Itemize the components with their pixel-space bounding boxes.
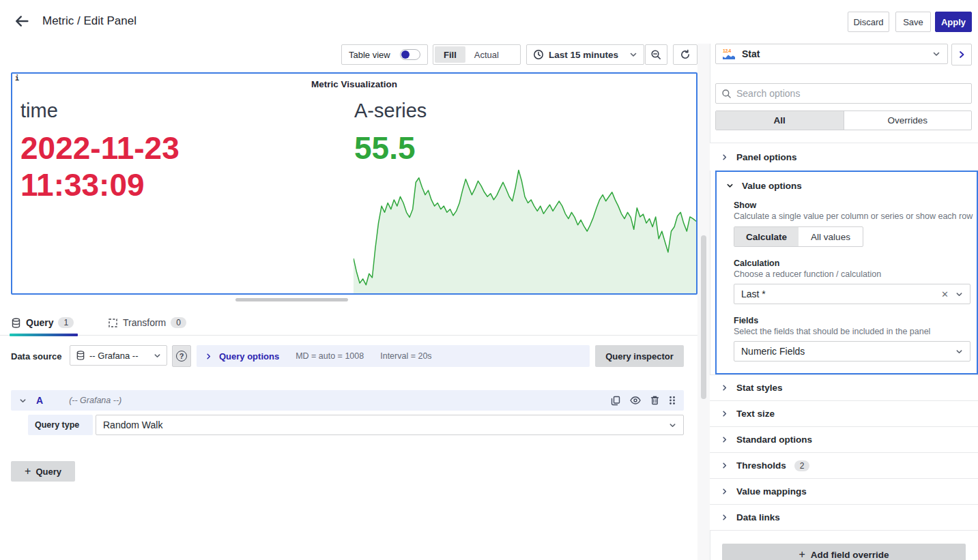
delete-query-trash-icon[interactable] [650, 396, 659, 405]
table-view-toggle[interactable] [400, 49, 420, 60]
show-calculate-option[interactable]: Calculate [734, 227, 799, 246]
collapse-pane-button[interactable] [951, 44, 972, 65]
zoom-out-button[interactable] [645, 44, 667, 65]
tab-query[interactable]: Query 1 [11, 310, 74, 335]
calculation-description: Choose a reducer function / calculation [734, 269, 881, 279]
query-options-interval: Interval = 20s [380, 351, 431, 361]
section-label: Data links [736, 512, 780, 522]
datasource-select[interactable]: -- Grafana -- [70, 345, 167, 366]
database-icon [76, 351, 85, 360]
query-options-md: MD = auto = 1008 [296, 351, 364, 361]
chevron-right-icon [721, 514, 728, 521]
tab-all[interactable]: All [716, 111, 844, 130]
query-type-select[interactable]: Random Walk [96, 415, 684, 435]
stat-series-label: A-series [354, 100, 427, 122]
section-panel-options[interactable]: Panel options [710, 143, 978, 171]
editor-tab-bar: Query 1 Transform 0 [0, 310, 697, 336]
page-title: Metric / Edit Panel [42, 14, 136, 28]
datasource-value: -- Grafana -- [89, 351, 139, 361]
tab-overrides[interactable]: Overrides [844, 111, 972, 130]
calculation-label: Calculation [734, 259, 779, 268]
query-type-label: Query type [28, 415, 93, 435]
clock-icon [533, 49, 544, 60]
discard-button[interactable]: Discard [848, 12, 889, 32]
add-field-override-button[interactable]: + Add field override [722, 544, 966, 560]
duplicate-query-icon[interactable] [611, 396, 620, 406]
section-stat-styles[interactable]: Stat styles [710, 374, 978, 400]
refresh-icon [680, 49, 691, 60]
fill-option[interactable]: Fill [435, 46, 465, 63]
show-radio-group: Calculate All values [734, 226, 863, 247]
toggle-knob [401, 50, 409, 59]
back-arrow-icon[interactable] [14, 14, 33, 30]
query-options-label: Query options [219, 351, 279, 362]
chevron-down-icon [726, 182, 734, 190]
section-value-mappings[interactable]: Value mappings [710, 478, 978, 504]
panel-resize-handle[interactable] [235, 298, 348, 301]
scrollbar-thumb[interactable] [701, 235, 706, 399]
tab-transform-label: Transform [123, 317, 166, 328]
clear-icon[interactable]: ✕ [941, 289, 949, 299]
query-row-header[interactable]: A (-- Grafana --) [11, 390, 684, 411]
chevron-right-icon [721, 384, 728, 392]
stat-time-label: time [20, 100, 58, 122]
fields-value: Numeric Fields [741, 346, 805, 357]
actual-option[interactable]: Actual [465, 46, 508, 63]
plus-icon: + [799, 548, 805, 560]
search-options-input[interactable] [736, 88, 966, 99]
value-options-title: Value options [742, 181, 802, 191]
fields-select[interactable]: Numeric Fields [734, 341, 970, 362]
options-filter-tabs: All Overrides [715, 110, 972, 130]
query-type-value: Random Walk [103, 419, 162, 430]
search-options-box [715, 83, 972, 104]
search-icon [721, 89, 732, 99]
calculation-value: Last * [741, 289, 766, 299]
section-value-options: Value options Show Calculate a single va… [715, 171, 978, 374]
chevron-right-icon [721, 462, 728, 469]
query-options-bar[interactable]: Query options MD = auto = 1008 Interval … [197, 345, 590, 367]
section-data-links[interactable]: Data links [710, 504, 978, 530]
chevron-down-icon[interactable] [19, 397, 27, 404]
show-all-values-option[interactable]: All values [799, 227, 863, 246]
plus-icon: + [25, 465, 31, 477]
visualization-name: Stat [742, 48, 760, 59]
drag-handle-grip-icon[interactable] [669, 396, 676, 405]
chevron-right-icon [721, 153, 728, 161]
section-label: Value mappings [736, 486, 807, 497]
chevron-right-icon [721, 410, 728, 417]
time-range-picker[interactable]: Last 15 minutes [526, 44, 644, 65]
value-options-header[interactable]: Value options [726, 181, 802, 191]
query-count-badge: 1 [58, 317, 74, 328]
refresh-button[interactable] [673, 44, 697, 65]
add-query-button[interactable]: + Query [11, 461, 75, 482]
apply-button[interactable]: Apply [935, 12, 972, 32]
query-datasource-hint: (-- Grafana --) [69, 396, 121, 405]
show-description: Calculate a single value per column or s… [734, 211, 973, 221]
thresholds-count-badge: 2 [794, 460, 810, 471]
section-thresholds[interactable]: Thresholds 2 [710, 452, 978, 478]
chevron-right-icon [721, 436, 728, 443]
calculation-select[interactable]: Last * ✕ [734, 284, 970, 304]
sparkline [354, 162, 696, 293]
visualization-picker[interactable]: 12.4 Stat [715, 44, 948, 64]
table-view-label: Table view [349, 50, 390, 60]
stat-panel[interactable]: i Metric Visualization time 2022-11-23 1… [11, 72, 697, 295]
datasource-help-button[interactable]: ? [172, 345, 191, 367]
section-standard-options[interactable]: Standard options [710, 426, 978, 452]
transform-count-badge: 0 [171, 317, 186, 328]
query-inspector-button[interactable]: Query inspector [595, 345, 684, 367]
tab-query-label: Query [26, 317, 53, 328]
section-text-size[interactable]: Text size [710, 400, 978, 426]
tab-transform[interactable]: Transform 0 [108, 310, 186, 335]
zoom-out-icon [650, 49, 662, 61]
transform-icon [108, 318, 118, 328]
hide-response-eye-icon[interactable] [630, 396, 641, 404]
stat-viz-icon: 12.4 [723, 49, 736, 59]
chevron-right-icon [205, 353, 212, 360]
stat-series-value: 55.5 [354, 130, 416, 166]
query-ref-id: A [36, 395, 43, 406]
chevron-down-icon [154, 352, 161, 359]
save-button[interactable]: Save [895, 12, 931, 32]
add-query-label: Query [35, 467, 61, 477]
help-icon: ? [176, 351, 187, 362]
